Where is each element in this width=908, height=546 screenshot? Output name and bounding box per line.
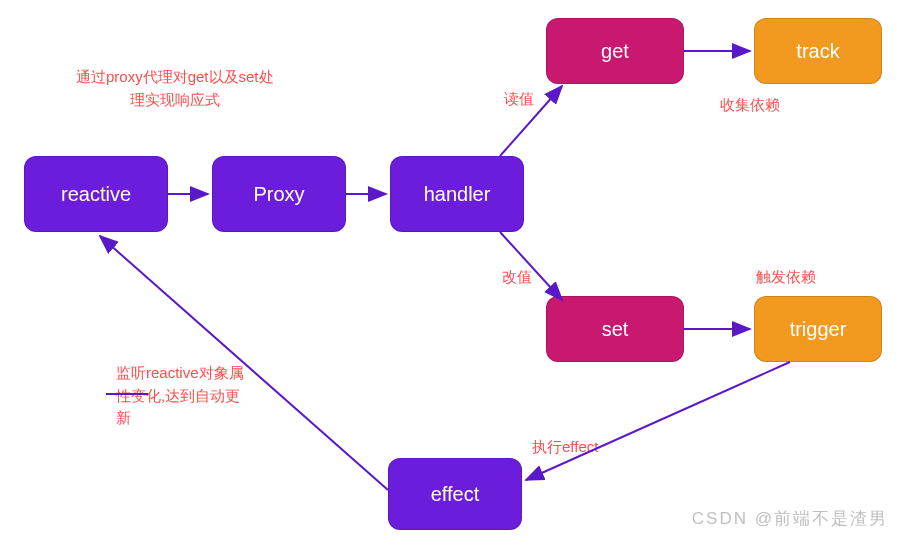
label-collect: 收集依赖 bbox=[720, 94, 780, 117]
label-text: 触发依赖 bbox=[756, 268, 816, 285]
label-text: 改值 bbox=[502, 268, 532, 285]
node-label: set bbox=[602, 318, 629, 341]
node-handler: handler bbox=[390, 156, 524, 232]
label-line: 通过proxy代理对get以及set处 bbox=[76, 68, 274, 85]
label-line: 理实现响应式 bbox=[130, 91, 220, 108]
label-read: 读值 bbox=[504, 88, 534, 111]
node-label: trigger bbox=[790, 318, 847, 341]
label-watch: 监听reactive对象属 性变化,达到自动更 新 bbox=[116, 362, 244, 430]
node-set: set bbox=[546, 296, 684, 362]
node-reactive: reactive bbox=[24, 156, 168, 232]
node-effect: effect bbox=[388, 458, 522, 530]
node-label: handler bbox=[424, 183, 491, 206]
label-exec: 执行effect bbox=[532, 436, 598, 459]
node-track: track bbox=[754, 18, 882, 84]
label-line: 新 bbox=[116, 409, 131, 426]
node-label: effect bbox=[431, 483, 480, 506]
label-write: 改值 bbox=[502, 266, 532, 289]
label-proxy-desc: 通过proxy代理对get以及set处 理实现响应式 bbox=[76, 66, 274, 111]
node-trigger: trigger bbox=[754, 296, 882, 362]
watermark-text: CSDN @前端不是渣男 bbox=[692, 509, 888, 528]
label-text: 读值 bbox=[504, 90, 534, 107]
edge-trigger-effect bbox=[526, 362, 790, 480]
label-fire: 触发依赖 bbox=[756, 266, 816, 289]
node-label: get bbox=[601, 40, 629, 63]
node-get: get bbox=[546, 18, 684, 84]
node-label: Proxy bbox=[253, 183, 304, 206]
node-label: reactive bbox=[61, 183, 131, 206]
label-line: 监听reactive对象属 bbox=[116, 364, 244, 381]
label-text: 收集依赖 bbox=[720, 96, 780, 113]
node-proxy: Proxy bbox=[212, 156, 346, 232]
watermark: CSDN @前端不是渣男 bbox=[692, 507, 888, 530]
node-label: track bbox=[796, 40, 839, 63]
label-text: 执行effect bbox=[532, 438, 598, 455]
label-line: 性变化,达到自动更 bbox=[116, 387, 240, 404]
